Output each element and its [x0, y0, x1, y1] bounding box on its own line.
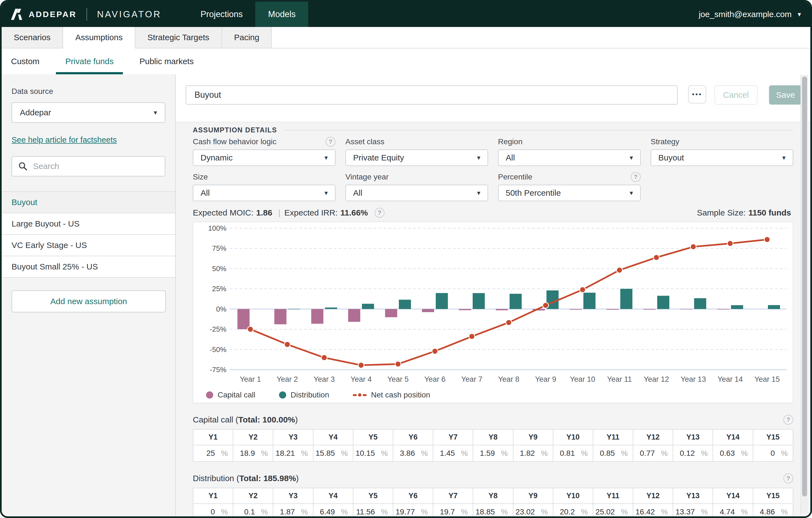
- svg-text:Year 15: Year 15: [754, 375, 780, 384]
- percent-input-cell[interactable]: 6.49%: [313, 504, 353, 516]
- add-new-assumption-button[interactable]: Add new assumption: [11, 291, 166, 312]
- sidebar-item-buyout-small-25-us[interactable]: Buyout Small 25% - US: [2, 256, 175, 278]
- field-select-region[interactable]: All▾: [498, 149, 641, 166]
- field-select-strategy[interactable]: Buyout▾: [650, 149, 793, 166]
- year-header: Y1: [193, 429, 233, 445]
- field-value: 50th Percentile: [506, 188, 561, 197]
- cell-value: 15.85: [316, 449, 335, 457]
- percent-input-cell[interactable]: 0.1%: [233, 504, 273, 516]
- tab-assumptions[interactable]: Assumptions: [63, 27, 135, 49]
- save-button[interactable]: Save: [769, 85, 802, 104]
- year-header: Y10: [553, 429, 593, 445]
- subtab-public-markets[interactable]: Public markets: [130, 49, 203, 74]
- percent-input-cell[interactable]: 18.9%: [233, 445, 273, 462]
- percent-input-cell[interactable]: 13.37%: [673, 504, 713, 516]
- sidebar-item-buyout[interactable]: Buyout: [2, 192, 175, 213]
- percent-input-cell[interactable]: 23.02%: [513, 504, 553, 516]
- user-menu[interactable]: joe_smith@example.com ▾: [699, 10, 801, 19]
- percent-input-cell[interactable]: 19.77%: [393, 504, 433, 516]
- percent-unit: %: [461, 449, 468, 457]
- subtab-private-funds[interactable]: Private funds: [56, 49, 123, 74]
- percent-input-cell[interactable]: 18.85%: [473, 504, 513, 516]
- svg-text:Year 1: Year 1: [240, 375, 261, 384]
- percent-input-cell[interactable]: 1.87%: [273, 504, 313, 516]
- percent-input-cell[interactable]: 0%: [193, 504, 233, 516]
- percent-input-cell[interactable]: 20.2%: [553, 504, 593, 516]
- percent-unit: %: [501, 508, 508, 516]
- sidebar-item-large-buyout-us[interactable]: Large Buyout - US: [2, 213, 175, 235]
- legend-label: Capital call: [218, 391, 255, 399]
- percent-input-cell[interactable]: 1.82%: [513, 445, 553, 462]
- svg-text:Year 5: Year 5: [387, 375, 408, 384]
- brand-name: ADDEPAR: [29, 10, 77, 19]
- subtab-custom[interactable]: Custom: [2, 49, 49, 74]
- help-icon[interactable]: ?: [375, 208, 384, 218]
- more-actions-button[interactable]: •••: [688, 85, 706, 103]
- percent-input-cell[interactable]: 0.63%: [713, 445, 753, 462]
- svg-text:Year 14: Year 14: [718, 375, 743, 384]
- capital-call-title: Capital call (Total: 100.00%): [193, 415, 298, 424]
- sidebar-item-vc-early-stage-us[interactable]: VC Early Stage - US: [2, 235, 175, 256]
- help-icon[interactable]: ?: [783, 415, 793, 425]
- factsheets-help-link[interactable]: See help article for factsheets: [11, 135, 117, 145]
- svg-text:Year 6: Year 6: [424, 375, 445, 384]
- percent-input-cell[interactable]: 10.15%: [353, 445, 393, 462]
- cancel-button[interactable]: Cancel: [715, 85, 757, 104]
- help-icon[interactable]: ?: [631, 172, 641, 182]
- field-select-vintage-year[interactable]: All▾: [345, 185, 488, 201]
- percent-input-cell[interactable]: 0.77%: [633, 445, 673, 462]
- stats-divider: |: [278, 208, 281, 217]
- addepar-logo-icon: [11, 8, 24, 21]
- svg-text:Year 10: Year 10: [570, 375, 595, 384]
- assumption-name-input[interactable]: [186, 85, 677, 104]
- field-select-cash-flow-behavior-logic[interactable]: Dynamic▾: [193, 149, 336, 166]
- percent-input-cell[interactable]: 11.56%: [353, 504, 393, 516]
- field-select-percentile[interactable]: 50th Percentile▾: [498, 185, 641, 201]
- percent-input-cell[interactable]: 4.86%: [753, 504, 793, 516]
- scrollbar-track[interactable]: [801, 75, 808, 514]
- assumption-form: Cash flow behavior logic?Dynamic▾Asset c…: [193, 137, 793, 201]
- percent-input-cell[interactable]: 19.7%: [433, 504, 473, 516]
- percent-input-cell[interactable]: 16.42%: [633, 504, 673, 516]
- year-header: Y9: [513, 429, 553, 445]
- percent-input-cell[interactable]: 25%: [193, 445, 233, 462]
- svg-text:Year 13: Year 13: [680, 375, 706, 384]
- expected-irr-value: 11.66%: [341, 208, 368, 217]
- search-input[interactable]: [32, 161, 158, 171]
- tab-scenarios[interactable]: Scenarios: [2, 27, 63, 49]
- percent-input-cell[interactable]: 0.81%: [553, 445, 593, 462]
- top-navigation-bar: ADDEPAR NAVIGATOR ProjectionsModels joe_…: [2, 2, 810, 27]
- data-source-value: Addepar: [20, 108, 51, 117]
- percent-input-cell[interactable]: 25.02%: [593, 504, 633, 516]
- field-select-size[interactable]: All▾: [193, 185, 336, 201]
- cash-flow-chart-plot[interactable]: 100%75%50%25%0%-25%-50%-75%Year 1Year 2Y…: [193, 222, 793, 387]
- year-header: Y9: [513, 488, 553, 504]
- percent-input-cell[interactable]: 15.85%: [313, 445, 353, 462]
- product-name: NAVIGATOR: [97, 9, 162, 20]
- assumption-search[interactable]: [11, 156, 165, 176]
- help-icon[interactable]: ?: [325, 137, 336, 147]
- percent-input-cell[interactable]: 0%: [753, 445, 793, 462]
- field-percentile: Percentile?50th Percentile▾: [498, 172, 641, 201]
- percent-input-cell[interactable]: 4.74%: [713, 504, 753, 516]
- percent-input-cell[interactable]: 3.86%: [393, 445, 433, 462]
- percent-input-cell[interactable]: 18.21%: [273, 445, 313, 462]
- field-select-asset-class[interactable]: Private Equity▾: [345, 149, 488, 166]
- topnav-item-projections[interactable]: Projections: [188, 2, 255, 27]
- percent-input-cell[interactable]: 0.85%: [593, 445, 633, 462]
- tab-strategic-targets[interactable]: Strategic Targets: [135, 27, 222, 49]
- help-icon[interactable]: ?: [783, 474, 793, 483]
- percent-unit: %: [541, 508, 548, 516]
- percent-unit: %: [381, 449, 388, 457]
- scrollbar-thumb[interactable]: [802, 77, 807, 496]
- addepar-brand[interactable]: ADDEPAR: [11, 8, 77, 21]
- percent-input-cell[interactable]: 0.12%: [673, 445, 713, 462]
- percent-input-cell[interactable]: 1.45%: [433, 445, 473, 462]
- tab-pacing[interactable]: Pacing: [222, 27, 272, 49]
- svg-text:Year 9: Year 9: [535, 375, 556, 384]
- topnav-item-models[interactable]: Models: [255, 2, 308, 27]
- cell-value: 6.49: [320, 508, 335, 516]
- percent-input-cell[interactable]: 1.59%: [473, 445, 513, 462]
- cell-value: 19.7: [440, 508, 455, 516]
- data-source-select[interactable]: Addepar ▾: [11, 102, 165, 123]
